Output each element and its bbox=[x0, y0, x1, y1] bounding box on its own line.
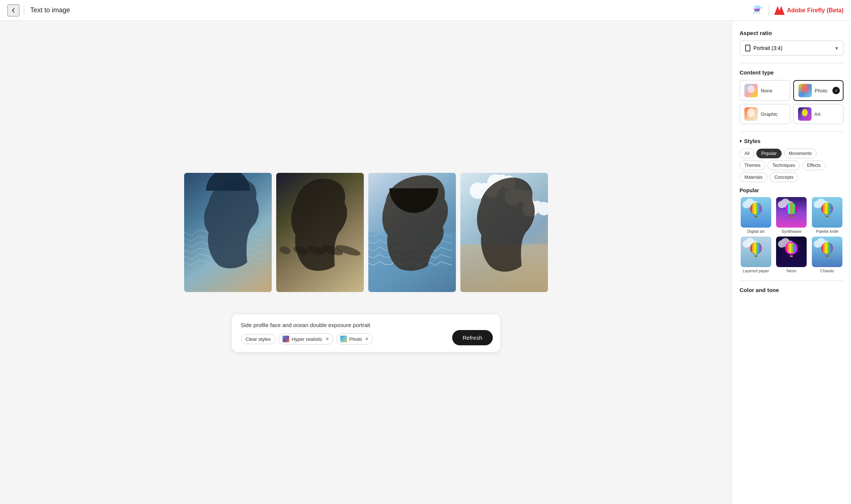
content-type-none-label: None bbox=[761, 88, 772, 93]
content-type-photo[interactable]: Photo ✓ bbox=[793, 80, 844, 101]
filter-materials[interactable]: Materials bbox=[740, 172, 768, 182]
divider-1 bbox=[740, 63, 844, 63]
generated-image-1[interactable] bbox=[184, 173, 272, 292]
filter-concepts[interactable]: Concepts bbox=[770, 172, 798, 182]
style-digital-art[interactable]: Digital art bbox=[740, 197, 772, 234]
header: Text to image ⚗️ Adobe Firefly (Beta) bbox=[0, 0, 851, 21]
remove-photo-tag[interactable]: ✕ bbox=[365, 336, 369, 342]
divider-2 bbox=[740, 131, 844, 132]
divider-3 bbox=[740, 280, 844, 281]
hyper-realistic-icon bbox=[283, 336, 289, 342]
synthwave-thumb bbox=[776, 197, 807, 228]
content-type-art[interactable]: Art bbox=[793, 104, 844, 124]
generated-image-2[interactable] bbox=[276, 173, 364, 292]
clear-styles-button[interactable]: Clear styles bbox=[241, 334, 276, 344]
styles-title: Styles bbox=[744, 138, 760, 144]
style-synthwave[interactable]: Synthwave bbox=[775, 197, 808, 234]
header-divider bbox=[24, 5, 24, 16]
neon-thumb bbox=[776, 237, 807, 267]
color-tone-section: Color and tone bbox=[740, 287, 844, 293]
filter-movements[interactable]: Movements bbox=[784, 149, 817, 158]
content-area: Side profile face and ocean double expos… bbox=[0, 21, 732, 504]
brand-name: Adobe Firefly (Beta) bbox=[787, 7, 844, 14]
aspect-ratio-title: Aspect ratio bbox=[740, 30, 844, 36]
filter-effects[interactable]: Effects bbox=[802, 161, 825, 170]
chevron-down-icon: ▾ bbox=[835, 45, 838, 51]
filter-popular[interactable]: Popular bbox=[756, 149, 781, 158]
neon-label: Neon bbox=[787, 269, 796, 273]
content-type-graphic-label: Graphic bbox=[761, 111, 778, 117]
filter-all[interactable]: All bbox=[740, 149, 754, 158]
color-tone-title: Color and tone bbox=[740, 287, 844, 293]
style-grid: Digital art Synthwave Palette knife bbox=[740, 197, 844, 273]
page-title: Text to image bbox=[30, 6, 753, 14]
filter-techniques[interactable]: Techniques bbox=[768, 161, 800, 170]
photo-thumb bbox=[798, 84, 812, 97]
chaotic-label: Chaotic bbox=[820, 269, 834, 273]
styles-section: ▾ Styles All Popular Movements Themes Te… bbox=[740, 138, 844, 273]
layered-paper-thumb bbox=[741, 237, 771, 267]
selected-checkmark: ✓ bbox=[832, 87, 840, 94]
digital-art-label: Digital art bbox=[747, 229, 765, 234]
prompt-bar: Side profile face and ocean double expos… bbox=[232, 314, 500, 352]
adobe-logo-icon bbox=[774, 6, 785, 15]
refresh-button[interactable]: Refresh bbox=[452, 330, 493, 345]
tag-hyper-realistic-label: Hyper realistic bbox=[291, 336, 322, 342]
tag-photo[interactable]: Photo ✕ bbox=[336, 333, 373, 345]
popular-label: Popular bbox=[740, 187, 844, 193]
adobe-brand: Adobe Firefly (Beta) bbox=[774, 6, 844, 15]
chaotic-thumb bbox=[812, 237, 842, 267]
generated-image-3[interactable] bbox=[368, 173, 456, 292]
portrait-icon bbox=[745, 45, 750, 51]
tag-hyper-realistic[interactable]: Hyper realistic ✕ bbox=[278, 333, 333, 345]
aspect-ratio-value: Portrait (3:4) bbox=[753, 45, 782, 51]
aspect-ratio-dropdown[interactable]: Portrait (3:4) ▾ bbox=[740, 41, 844, 56]
art-thumb bbox=[798, 107, 811, 121]
sidebar: Aspect ratio Portrait (3:4) ▾ Content ty… bbox=[732, 21, 851, 504]
aspect-ratio-section: Aspect ratio Portrait (3:4) ▾ bbox=[740, 30, 844, 56]
image-grid bbox=[184, 173, 548, 292]
content-type-graphic[interactable]: Graphic bbox=[740, 104, 790, 124]
back-button[interactable] bbox=[7, 4, 19, 16]
none-thumb bbox=[744, 84, 758, 97]
content-type-section: Content type None Photo ✓ Graphic bbox=[740, 69, 844, 124]
generated-image-4[interactable] bbox=[460, 173, 548, 292]
brand-divider bbox=[769, 5, 769, 16]
graphic-thumb bbox=[744, 107, 758, 121]
style-chaotic[interactable]: Chaotic bbox=[811, 237, 844, 273]
style-palette-knife[interactable]: Palette knife bbox=[811, 197, 844, 234]
synthwave-label: Synthwave bbox=[782, 229, 802, 234]
main-layout: Side profile face and ocean double expos… bbox=[0, 21, 851, 504]
layered-paper-label: Layered paper bbox=[743, 269, 769, 273]
content-type-title: Content type bbox=[740, 69, 844, 76]
content-type-grid: None Photo ✓ Graphic Art bbox=[740, 80, 844, 124]
style-layered-paper[interactable]: Layered paper bbox=[740, 237, 772, 273]
content-type-photo-label: Photo bbox=[815, 88, 828, 93]
header-right: ⚗️ Adobe Firefly (Beta) bbox=[753, 5, 844, 16]
remove-hyper-realistic[interactable]: ✕ bbox=[325, 336, 329, 342]
prompt-text[interactable]: Side profile face and ocean double expos… bbox=[241, 322, 491, 328]
filter-themes[interactable]: Themes bbox=[740, 161, 765, 170]
styles-header: ▾ Styles bbox=[740, 138, 844, 144]
tag-photo-label: Photo bbox=[349, 336, 362, 342]
lab-icon: ⚗️ bbox=[753, 5, 763, 16]
content-type-none[interactable]: None bbox=[740, 80, 790, 101]
styles-chevron-icon: ▾ bbox=[740, 139, 742, 144]
digital-art-thumb bbox=[741, 197, 771, 228]
palette-knife-label: Palette knife bbox=[816, 229, 839, 234]
style-filters: All Popular Movements Themes Techniques … bbox=[740, 149, 844, 182]
palette-knife-thumb bbox=[812, 197, 842, 228]
photo-tag-icon bbox=[340, 336, 347, 342]
style-neon[interactable]: Neon bbox=[775, 237, 808, 273]
content-type-art-label: Art bbox=[814, 111, 821, 117]
